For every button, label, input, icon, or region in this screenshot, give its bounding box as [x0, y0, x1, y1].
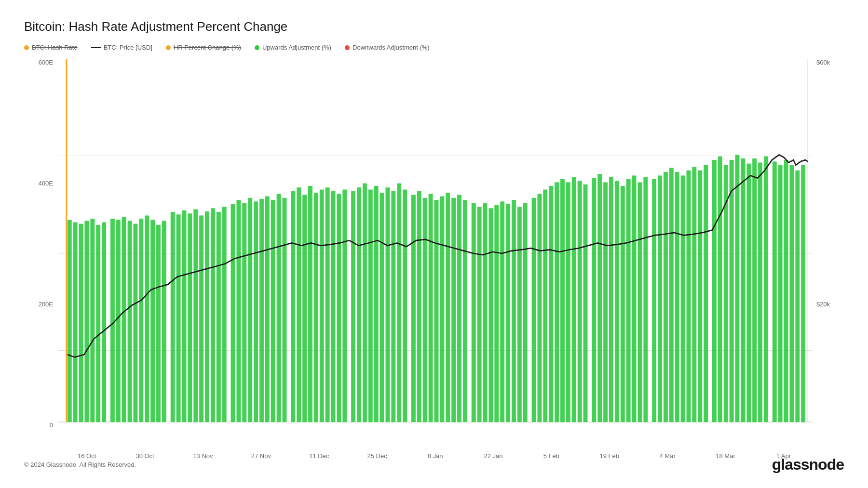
svg-rect-65: [417, 191, 421, 422]
svg-rect-53: [342, 189, 347, 422]
svg-rect-106: [664, 172, 668, 422]
svg-rect-87: [549, 186, 553, 422]
x-label-16oct: 16 Oct: [58, 452, 116, 467]
svg-rect-104: [652, 179, 656, 422]
svg-rect-58: [374, 186, 379, 422]
y-axis-right: $60k $40k $20k $0k: [813, 59, 844, 448]
svg-rect-85: [537, 194, 542, 422]
svg-rect-21: [150, 220, 155, 422]
svg-rect-97: [609, 177, 613, 422]
svg-rect-18: [134, 224, 138, 422]
legend-label-downwards: Downwards Adjustment (%): [353, 44, 430, 51]
svg-rect-16: [122, 217, 126, 422]
svg-rect-60: [385, 187, 390, 422]
svg-rect-122: [758, 162, 762, 422]
svg-rect-74: [472, 203, 476, 422]
svg-rect-46: [302, 195, 307, 422]
svg-rect-105: [658, 175, 662, 422]
svg-rect-77: [488, 208, 493, 422]
svg-rect-99: [621, 186, 625, 422]
svg-rect-64: [411, 195, 416, 422]
svg-rect-123: [764, 157, 768, 422]
svg-rect-93: [583, 185, 588, 422]
svg-rect-41: [271, 200, 275, 422]
svg-rect-69: [440, 196, 444, 422]
y-right-label-60k: $60k: [816, 59, 830, 66]
svg-rect-26: [182, 211, 187, 422]
svg-rect-49: [320, 189, 324, 422]
svg-rect-127: [789, 165, 794, 422]
svg-rect-95: [597, 174, 602, 422]
svg-rect-56: [363, 184, 367, 422]
y-label-0: 0: [50, 422, 53, 429]
svg-rect-11: [90, 219, 95, 422]
svg-rect-13: [102, 222, 106, 422]
svg-rect-103: [643, 177, 648, 422]
svg-rect-121: [752, 158, 757, 422]
legend-dot-downwards: [345, 45, 350, 50]
svg-rect-28: [193, 209, 198, 422]
svg-rect-90: [566, 182, 570, 422]
legend-item-price: BTC: Price [USD]: [91, 44, 152, 51]
svg-rect-63: [403, 189, 407, 422]
legend-item-hash-rate: BTC: Hash Rate: [24, 44, 78, 51]
svg-rect-55: [357, 187, 361, 422]
svg-rect-40: [265, 196, 270, 422]
svg-rect-7: [68, 220, 72, 422]
svg-rect-113: [704, 165, 708, 422]
svg-rect-89: [560, 179, 565, 422]
svg-rect-115: [718, 157, 722, 422]
svg-rect-118: [735, 155, 740, 422]
svg-rect-24: [171, 212, 175, 422]
svg-rect-75: [477, 207, 482, 422]
svg-rect-37: [248, 198, 252, 422]
y-right-label-20k: $20k: [816, 301, 830, 308]
svg-rect-72: [457, 195, 461, 422]
svg-rect-88: [555, 182, 559, 422]
svg-rect-23: [162, 221, 166, 422]
svg-rect-30: [205, 211, 209, 422]
svg-rect-8: [73, 222, 78, 422]
svg-rect-39: [259, 199, 264, 422]
svg-rect-25: [176, 214, 181, 422]
svg-rect-91: [572, 177, 576, 422]
svg-rect-15: [116, 220, 121, 422]
legend: BTC: Hash Rate BTC: Price [USD] HR Perce…: [24, 44, 844, 51]
y-label-200e: 200E: [39, 301, 53, 308]
svg-rect-45: [297, 187, 301, 422]
y-label-400e: 400E: [39, 180, 53, 187]
svg-rect-107: [669, 168, 674, 422]
svg-rect-81: [512, 200, 516, 422]
svg-rect-84: [532, 198, 536, 422]
svg-rect-10: [84, 221, 89, 422]
svg-rect-98: [615, 181, 619, 422]
svg-rect-38: [254, 201, 258, 422]
x-label-27nov: 27 Nov: [232, 452, 290, 467]
svg-rect-96: [603, 182, 608, 422]
svg-rect-110: [687, 171, 691, 422]
svg-rect-32: [217, 212, 221, 422]
y-label-600e: 600E: [39, 59, 53, 66]
x-label-22jan: 22 Jan: [464, 452, 522, 467]
chart-svg-container: 16 Oct 30 Oct 13 Nov 27 Nov 11 Dec 25 De…: [58, 59, 813, 448]
x-label-13nov: 13 Nov: [174, 452, 232, 467]
svg-rect-43: [283, 198, 287, 422]
x-axis-labels: 16 Oct 30 Oct 13 Nov 27 Nov 11 Dec 25 De…: [58, 452, 813, 467]
legend-label-upwards: Upwards Adjustment (%): [262, 44, 331, 51]
svg-rect-33: [222, 207, 227, 422]
svg-rect-100: [626, 179, 631, 422]
svg-rect-31: [211, 208, 215, 422]
x-label-18mar: 18 Mar: [696, 452, 754, 467]
chart-area: 600E 400E 200E 0: [24, 59, 844, 448]
legend-item-upwards: Upwards Adjustment (%): [255, 44, 331, 51]
svg-rect-125: [778, 165, 783, 422]
svg-rect-94: [592, 178, 596, 422]
svg-rect-73: [463, 200, 467, 422]
svg-rect-17: [128, 221, 132, 422]
svg-rect-59: [380, 193, 384, 422]
svg-rect-128: [795, 171, 800, 422]
legend-dot-upwards: [255, 45, 259, 50]
svg-rect-51: [331, 191, 336, 422]
svg-rect-36: [242, 203, 246, 422]
svg-rect-54: [351, 191, 355, 422]
